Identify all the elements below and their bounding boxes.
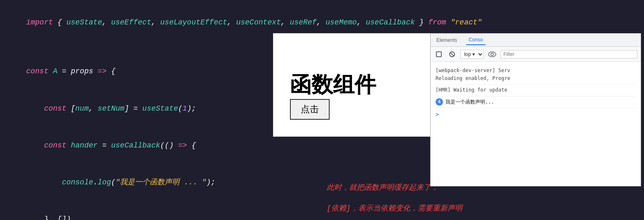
preview-window: 函数组件 点击 — [273, 33, 434, 137]
annotation-cache: 此时，就把函数声明缓存起来了， — [327, 182, 438, 192]
filter-input[interactable] — [500, 50, 637, 58]
devtools-tabs-bar: Elements Conso — [431, 34, 641, 47]
context-selector[interactable]: top ▾ — [460, 50, 484, 59]
log-console-msg: 4 我是一个函数声明... — [436, 97, 636, 108]
annotation-dependency: [依赖]，表示当依赖变化，需要重新声明 — [327, 203, 462, 213]
log-hmr: [HMR] Waiting for update — [436, 85, 636, 96]
clear-button[interactable] — [447, 49, 457, 59]
svg-point-4 — [491, 53, 493, 56]
tab-console[interactable]: Conso — [466, 35, 486, 45]
code-line-7: }, []) — [8, 201, 636, 220]
svg-point-3 — [488, 52, 496, 57]
eye-button[interactable] — [487, 49, 497, 59]
tab-elements[interactable]: Elements — [434, 36, 460, 45]
record-button[interactable] — [434, 49, 444, 59]
devtools-expand-arrow[interactable]: > — [436, 108, 636, 121]
preview-title: 函数组件 — [290, 70, 376, 99]
svg-rect-0 — [436, 52, 441, 57]
log-webpack: [webpack-dev-server] Serv Reloading enab… — [436, 65, 636, 85]
console-badge: 4 — [436, 98, 443, 106]
svg-line-2 — [450, 52, 454, 56]
preview-button[interactable]: 点击 — [290, 99, 330, 120]
devtools-toolbar: top ▾ — [431, 47, 641, 62]
devtools-panel: Elements Conso top ▾ — [430, 33, 641, 186]
console-text: 我是一个函数声明... — [445, 98, 494, 106]
devtools-content: [webpack-dev-server] Serv Reloading enab… — [431, 62, 641, 124]
